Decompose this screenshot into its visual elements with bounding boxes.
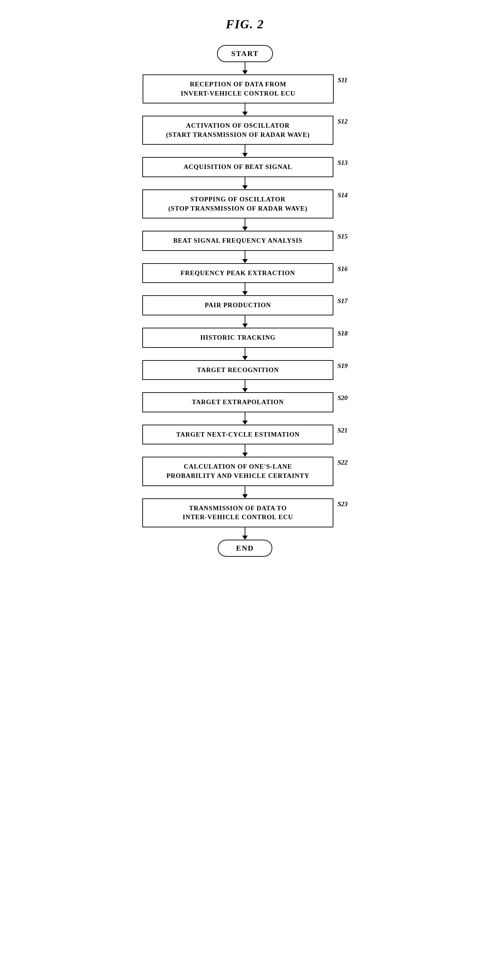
step-row-s23: TRANSMISSION OF DATA TOINTER-VEHICLE CON… (142, 498, 348, 527)
process-box-s22: CALCULATION OF ONE'S-LANEPROBABILITY AND… (142, 457, 333, 486)
step-label-s17: S17 (337, 295, 348, 305)
step-row-s15: BEAT SIGNAL FREQUENCY ANALYSISS15 (142, 231, 348, 251)
process-box-s14: STOPPING OF OSCILLATOR(STOP TRANSMISSION… (142, 189, 333, 218)
arrow-2 (142, 145, 348, 157)
process-box-s23: TRANSMISSION OF DATA TOINTER-VEHICLE CON… (142, 498, 333, 527)
process-box-s21: TARGET NEXT-CYCLE ESTIMATION (142, 425, 333, 445)
arrow-1 (142, 103, 348, 116)
page: FIG. 2 START RECEPTION OF DATA FROMINVER… (126, 7, 364, 973)
step-row-s22: CALCULATION OF ONE'S-LANEPROBABILITY AND… (142, 457, 348, 486)
step-row-s20: TARGET EXTRAPOLATIONS20 (142, 392, 348, 412)
process-box-s18: HISTORIC TRACKING (142, 328, 333, 348)
arrow-7 (142, 315, 348, 328)
flowchart: START RECEPTION OF DATA FROMINVERT-VEHIC… (126, 45, 364, 557)
step-label-s13: S13 (337, 157, 348, 167)
step-label-s22: S22 (337, 457, 348, 466)
step-row-s16: FREQUENCY PEAK EXTRACTIONS16 (142, 263, 348, 283)
step-label-s16: S16 (337, 263, 348, 273)
process-box-s11: RECEPTION OF DATA FROMINVERT-VEHICLE CON… (143, 75, 334, 103)
arrow-4 (142, 218, 348, 231)
arrow-3 (142, 177, 348, 189)
process-box-s16: FREQUENCY PEAK EXTRACTION (142, 263, 333, 283)
step-label-s12: S12 (337, 116, 348, 125)
step-row-s17: PAIR PRODUCTIONS17 (142, 295, 348, 315)
step-row-s18: HISTORIC TRACKINGS18 (142, 328, 348, 348)
arrow-12 (142, 486, 348, 498)
arrow-0 (242, 62, 248, 75)
figure-title: FIG. 2 (226, 17, 264, 32)
step-label-s21: S21 (337, 425, 348, 434)
step-row-s14: STOPPING OF OSCILLATOR(STOP TRANSMISSION… (142, 189, 348, 218)
start-terminal: START (217, 45, 273, 62)
arrow-end (142, 527, 348, 540)
arrow-11 (142, 444, 348, 457)
arrow-5 (142, 251, 348, 263)
step-label-s11: S11 (338, 75, 348, 84)
arrow-8 (142, 348, 348, 360)
step-label-s23: S23 (337, 498, 348, 508)
step-label-s19: S19 (337, 360, 348, 370)
arrow-9 (142, 380, 348, 392)
step-row-s13: ACQUISITION OF BEAT SIGNALS13 (142, 157, 348, 177)
step-label-s14: S14 (337, 189, 348, 199)
step-row-s12: ACTIVATION OF OSCILLATOR(START TRANSMISS… (142, 116, 348, 145)
process-box-s20: TARGET EXTRAPOLATION (142, 392, 333, 412)
step-row-s11: RECEPTION OF DATA FROMINVERT-VEHICLE CON… (142, 75, 348, 103)
process-box-s17: PAIR PRODUCTION (142, 295, 333, 315)
end-terminal: END (218, 540, 272, 557)
arrow-6 (142, 283, 348, 295)
step-label-s18: S18 (337, 328, 348, 337)
process-box-s12: ACTIVATION OF OSCILLATOR(START TRANSMISS… (142, 116, 333, 145)
steps-container: RECEPTION OF DATA FROMINVERT-VEHICLE CON… (142, 75, 348, 540)
process-box-s15: BEAT SIGNAL FREQUENCY ANALYSIS (142, 231, 333, 251)
step-row-s21: TARGET NEXT-CYCLE ESTIMATIONS21 (142, 425, 348, 445)
step-label-s15: S15 (337, 231, 348, 240)
step-label-s20: S20 (337, 392, 348, 402)
process-box-s19: TARGET RECOGNITION (142, 360, 333, 380)
arrow-10 (142, 412, 348, 425)
step-row-s19: TARGET RECOGNITIONS19 (142, 360, 348, 380)
process-box-s13: ACQUISITION OF BEAT SIGNAL (142, 157, 333, 177)
